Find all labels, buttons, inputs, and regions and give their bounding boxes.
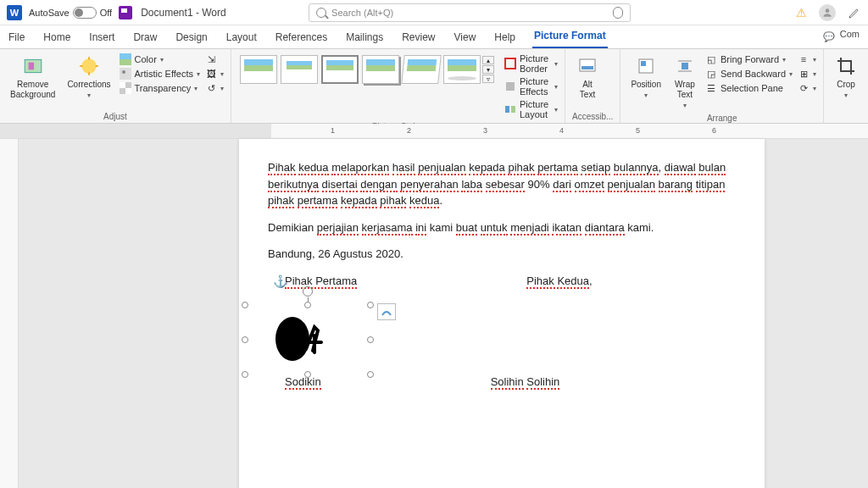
tab-layout[interactable]: Layout <box>225 31 259 48</box>
svg-rect-18 <box>511 106 515 113</box>
tab-design[interactable]: Design <box>174 31 209 48</box>
send-backward-button[interactable]: ◲Send Backward ▾ <box>705 67 793 80</box>
account-avatar[interactable] <box>819 4 836 21</box>
picture-style-2[interactable] <box>281 55 318 84</box>
group-label-adjust: Adjust <box>7 110 224 121</box>
tab-review[interactable]: Review <box>400 31 437 48</box>
resize-handle-sw[interactable] <box>242 371 248 378</box>
picture-border-button[interactable]: Picture Border ▾ <box>504 53 558 75</box>
picture-style-6[interactable] <box>443 55 481 84</box>
resize-handle-w[interactable] <box>242 336 248 343</box>
color-button[interactable]: Color ▾ <box>120 53 200 66</box>
picture-style-5[interactable] <box>401 55 442 84</box>
vertical-ruler[interactable] <box>0 139 19 488</box>
resize-handle-n[interactable] <box>304 302 311 308</box>
crop-icon <box>834 54 858 78</box>
tab-references[interactable]: References <box>274 31 329 48</box>
svg-point-3 <box>81 58 96 73</box>
comments-button[interactable]: 💬 Com <box>821 29 863 49</box>
party-1-label[interactable]: Pihak Pertama <box>285 274 357 289</box>
artistic-effects-button[interactable]: Artistic Effects ▾ <box>120 67 200 80</box>
svg-point-11 <box>122 70 125 74</box>
picture-style-3[interactable] <box>321 55 359 84</box>
date-line[interactable]: Bandung, 26 Agustus 2020. <box>268 246 736 263</box>
group-button[interactable]: ⊞▾ <box>798 67 816 80</box>
gallery-more[interactable]: ▴▾▿ <box>482 53 494 86</box>
corrections-button[interactable]: Corrections ▾ <box>64 53 114 102</box>
selected-image[interactable] <box>244 304 371 375</box>
resize-handle-nw[interactable] <box>242 302 248 308</box>
tab-draw[interactable]: Draw <box>131 31 159 48</box>
svg-rect-23 <box>682 63 688 69</box>
group-label-arrange: Arrange <box>627 112 816 123</box>
transparency-button[interactable]: Transparency ▾ <box>120 81 200 95</box>
paragraph-1[interactable]: Pihak kedua melaporkan hasil penjualan k… <box>268 159 736 209</box>
name-2b[interactable]: Solihin <box>526 375 559 390</box>
resize-handle-s[interactable] <box>304 371 311 378</box>
tab-home[interactable]: Home <box>42 31 72 48</box>
autosave-toggle[interactable]: AutoSave Off <box>29 7 112 19</box>
group-label-access: Accessib... <box>572 110 613 121</box>
reset-picture-button[interactable]: ↺▾ <box>205 81 224 95</box>
crop-button[interactable]: Crop▾ <box>831 53 861 102</box>
alt-text-icon <box>576 54 599 78</box>
effects-icon <box>504 80 516 92</box>
tab-file[interactable]: File <box>7 31 26 48</box>
group-picture-styles: ▴▾▿ Picture Border ▾ Picture Effects ▾ P… <box>231 49 565 123</box>
search-box[interactable]: Search (Alt+Q) <box>309 3 631 22</box>
name-1[interactable]: Sodikin <box>285 375 321 390</box>
rotate-handle[interactable] <box>303 286 313 297</box>
toggle-icon[interactable] <box>73 7 97 19</box>
transparency-icon <box>120 82 131 94</box>
svg-rect-9 <box>120 59 131 65</box>
group-arrange: Position▾ Wrap Text▾ ◱Bring Forward ▾ ◲S… <box>620 49 824 123</box>
page[interactable]: Pihak kedua melaporkan hasil penjualan k… <box>239 139 765 488</box>
picture-effects-button[interactable]: Picture Effects ▾ <box>504 75 558 97</box>
wrap-text-button[interactable]: Wrap Text▾ <box>670 53 700 112</box>
bring-forward-icon: ◱ <box>705 53 717 65</box>
artistic-icon <box>120 68 131 80</box>
mic-icon[interactable] <box>613 7 623 19</box>
warning-icon[interactable]: ⚠ <box>796 6 807 19</box>
party-2-label[interactable]: Pihak Kedua <box>526 274 589 289</box>
person-icon <box>821 7 833 19</box>
rotate-button[interactable]: ⟳▾ <box>798 81 816 95</box>
tab-help[interactable]: Help <box>492 31 517 48</box>
resize-handle-se[interactable] <box>367 371 374 378</box>
picture-layout-button[interactable]: Picture Layout ▾ <box>504 98 558 120</box>
autosave-label: AutoSave <box>29 8 70 18</box>
align-button[interactable]: ≡▾ <box>798 53 816 66</box>
change-picture-button[interactable]: 🖼▾ <box>205 67 224 80</box>
position-button[interactable]: Position▾ <box>627 53 665 102</box>
bring-forward-button[interactable]: ◱Bring Forward ▾ <box>705 53 793 66</box>
picture-style-1[interactable] <box>240 55 277 84</box>
layout-options-button[interactable] <box>377 303 396 320</box>
menu-tabs: File Home Insert Draw Design Layout Refe… <box>0 25 868 49</box>
svg-rect-13 <box>120 82 125 88</box>
compress-button[interactable]: ⇲ <box>205 53 224 66</box>
paragraph-2[interactable]: Demikian perjajian kerjasama ini kami bu… <box>268 219 736 236</box>
layout-options-icon <box>381 307 392 317</box>
tab-view[interactable]: View <box>453 31 478 48</box>
resize-handle-ne[interactable] <box>367 302 374 308</box>
svg-rect-14 <box>125 88 131 94</box>
picture-style-4[interactable] <box>362 55 399 84</box>
resize-handle-e[interactable] <box>367 336 374 343</box>
send-backward-icon: ◲ <box>705 68 717 80</box>
remove-bg-icon <box>21 54 45 78</box>
tab-insert[interactable]: Insert <box>87 31 116 48</box>
alt-text-button[interactable]: Alt Text <box>572 53 603 102</box>
draw-pen-icon[interactable] <box>848 6 861 19</box>
tab-mailings[interactable]: Mailings <box>344 31 385 48</box>
tab-picture-format[interactable]: Picture Format <box>532 30 608 48</box>
svg-point-0 <box>826 8 830 13</box>
save-icon[interactable] <box>119 6 132 19</box>
name-2a[interactable]: Solihin <box>491 375 524 390</box>
selection-pane-icon: ☰ <box>705 82 717 94</box>
remove-background-button[interactable]: Remove Background <box>7 53 58 102</box>
selection-pane-button[interactable]: ☰Selection Pane <box>705 81 793 95</box>
position-icon <box>634 54 658 78</box>
svg-rect-16 <box>506 82 515 91</box>
wrap-icon <box>673 54 697 78</box>
horizontal-ruler[interactable]: 1 2 3 4 5 6 <box>0 124 868 139</box>
